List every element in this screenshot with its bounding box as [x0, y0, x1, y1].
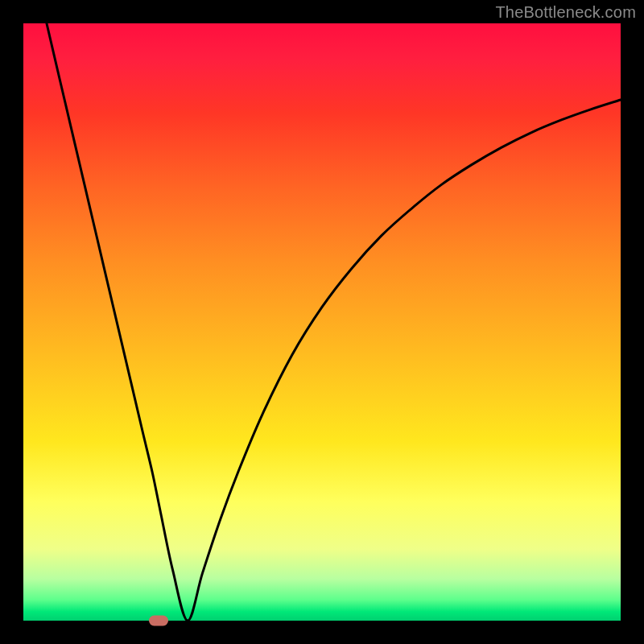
curve-layer	[23, 23, 621, 621]
chart-frame: TheBottleneck.com	[0, 0, 644, 644]
watermark-text: TheBottleneck.com	[495, 3, 636, 22]
optimal-marker	[149, 616, 168, 626]
plot-area	[23, 23, 621, 621]
bottleneck-curve	[47, 23, 621, 621]
